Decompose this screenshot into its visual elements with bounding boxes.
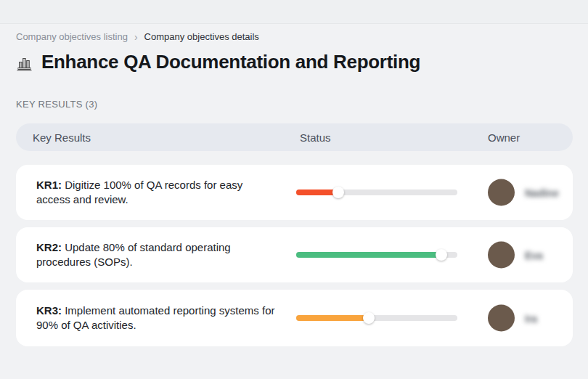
kr3-label: KR3:: [36, 304, 62, 317]
chevron-right-icon: ›: [134, 31, 138, 42]
key-results-list: KR1: Digitize 100% of QA records for eas…: [16, 165, 573, 346]
key-results-count-label: KEY RESULTS (3): [16, 99, 97, 110]
kr1-progress-slider[interactable]: [296, 190, 457, 195]
kr2-text: Update 80% of standard operating procedu…: [36, 241, 231, 268]
table-row-kr2[interactable]: KR2: Update 80% of standard operating pr…: [16, 227, 573, 282]
page-title: Enhance QA Documentation and Reporting: [41, 51, 420, 73]
kr2-label: KR2:: [36, 241, 62, 253]
table-header: Key Results Status Owner: [16, 123, 573, 151]
kr3-text: Implement automated reporting systems fo…: [36, 304, 274, 331]
kr2-owner-name: Eva: [525, 249, 543, 261]
kr3-progress-fill: [296, 315, 369, 321]
column-header-owner: Owner: [488, 123, 520, 151]
top-strip: [0, 0, 588, 24]
kr3-progress-handle[interactable]: [363, 312, 375, 324]
kr1-description: KR1: Digitize 100% of QA records for eas…: [36, 178, 276, 207]
avatar: [488, 242, 515, 269]
kr2-owner: Eva: [488, 242, 543, 269]
breadcrumb: Company objectives listing › Company obj…: [16, 31, 259, 42]
avatar: [488, 179, 515, 206]
table-row-kr1[interactable]: KR1: Digitize 100% of QA records for eas…: [16, 165, 573, 220]
kr2-progress-fill: [296, 252, 441, 258]
kr3-progress-slider[interactable]: [296, 315, 457, 321]
kr2-description: KR2: Update 80% of standard operating pr…: [36, 240, 276, 269]
kr1-owner: Nadine: [488, 179, 559, 206]
table-row-kr3[interactable]: KR3: Implement automated reporting syste…: [16, 290, 573, 346]
kr2-progress-handle[interactable]: [436, 249, 447, 261]
breadcrumb-item-details: Company objectives details: [144, 31, 259, 42]
kr3-owner: Ira: [488, 305, 537, 332]
kr2-progress-slider[interactable]: [296, 252, 457, 258]
bar-chart-icon: [16, 54, 33, 72]
column-header-key-results: Key Results: [33, 123, 91, 151]
kr1-progress-handle[interactable]: [332, 187, 344, 198]
kr3-description: KR3: Implement automated reporting syste…: [36, 303, 276, 333]
kr1-label: KR1:: [36, 179, 62, 191]
kr1-owner-name: Nadine: [525, 187, 559, 198]
breadcrumb-item-listing[interactable]: Company objectives listing: [16, 31, 128, 42]
kr1-text: Digitize 100% of QA records for easy acc…: [36, 179, 242, 205]
avatar: [488, 305, 515, 332]
page-title-row: Enhance QA Documentation and Reporting: [16, 51, 420, 73]
kr3-owner-name: Ira: [525, 312, 537, 324]
column-header-status: Status: [300, 123, 331, 151]
